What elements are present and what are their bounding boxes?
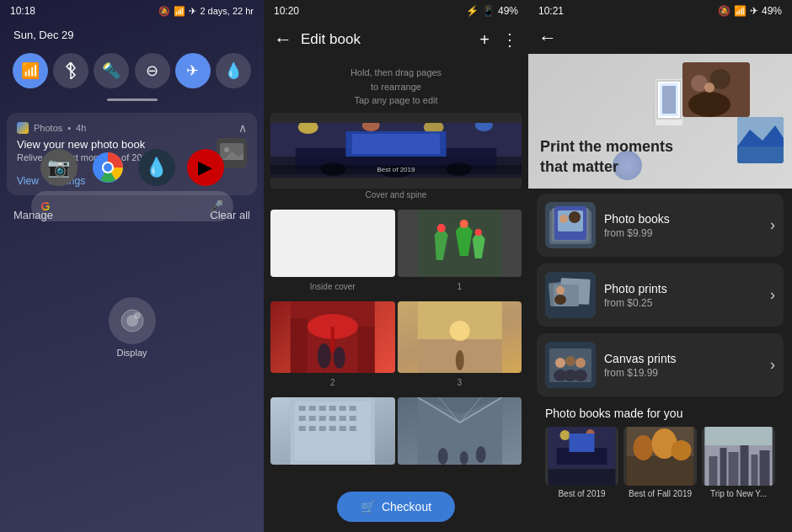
hero-photo-family xyxy=(682,62,750,117)
svg-point-75 xyxy=(704,82,714,93)
svg-rect-59 xyxy=(319,426,326,431)
page-1[interactable] xyxy=(398,210,522,277)
mute-icon-p3: 🔕 xyxy=(718,5,730,17)
time-panel3: 10:21 xyxy=(538,5,564,17)
print-item-prints[interactable]: Photo prints from $0.25 › xyxy=(537,263,784,327)
inside-cover-page[interactable] xyxy=(270,210,395,277)
print-item-books[interactable]: Photo books from $9.99 › xyxy=(537,194,784,257)
notification-shade-panel: 10:18 🔕 📶 ✈ 2 days, 22 hr Sun, Dec 29 📶 … xyxy=(0,0,264,532)
notif-app-name: Photos xyxy=(34,123,62,133)
chrome-icon[interactable] xyxy=(89,149,126,186)
photo-books-title: Photo books xyxy=(604,212,762,226)
print-shop-panel: 10:21 🔕 📶 ✈ 49% ← xyxy=(528,0,792,532)
dnd-tile[interactable]: ⊖ xyxy=(135,53,170,88)
airplane-tile[interactable]: ✈ xyxy=(175,53,211,88)
bluetooth-tile[interactable] xyxy=(53,53,88,88)
checkout-button[interactable]: 🛒 Checkout xyxy=(337,492,455,522)
svg-rect-53 xyxy=(319,416,326,421)
page-bottom-right[interactable] xyxy=(398,397,522,465)
svg-rect-82 xyxy=(662,86,676,114)
photo-books-thumbnail xyxy=(545,202,596,248)
search-bar-home[interactable]: G 🎤 xyxy=(31,191,233,221)
svg-point-98 xyxy=(555,358,565,368)
phone-icon-p2: 📱 xyxy=(482,5,495,17)
airplane-status-icon: ✈ xyxy=(189,6,196,17)
youtube-icon[interactable]: ▶ xyxy=(187,149,224,186)
svg-point-69 xyxy=(459,451,468,465)
page-3-visual xyxy=(398,301,522,373)
page-2-visual xyxy=(270,301,395,373)
photos-app-icon xyxy=(17,122,29,134)
print-items-list: Photo books from $9.99 › Pho xyxy=(528,189,792,532)
svg-point-27 xyxy=(436,224,445,232)
hero-photo-nature xyxy=(737,117,784,163)
display-icon xyxy=(109,297,156,344)
photo-book-nyc[interactable]: Trip to New Y... xyxy=(702,427,775,498)
photo-book-2019-thumb xyxy=(545,427,618,486)
notif-collapse-icon[interactable]: ∧ xyxy=(238,121,247,135)
flashlight-tile[interactable]: 🔦 xyxy=(94,53,129,88)
time-panel2: 10:20 xyxy=(274,5,299,17)
page-3-label: 3 xyxy=(398,376,522,392)
page-gallery-visual xyxy=(398,397,522,465)
more-options-icon[interactable]: ⋮ xyxy=(501,29,518,50)
svg-rect-119 xyxy=(720,448,727,486)
inside-cover-spread: Inside cover 1 xyxy=(270,210,522,296)
back-button-p3[interactable]: ← xyxy=(538,27,557,49)
status-icons-panel3: 🔕 📶 ✈ 49% xyxy=(718,5,782,17)
canvas-prints-info: Canvas prints from $19.99 xyxy=(604,352,762,379)
hint-area: Hold, then drag pages to rearrange Tap a… xyxy=(270,57,522,113)
photo-book-nyc-thumb xyxy=(702,427,775,486)
photo-prints-arrow[interactable]: › xyxy=(770,286,775,304)
svg-point-74 xyxy=(688,92,730,117)
drops-icon[interactable]: 💧 xyxy=(138,149,175,186)
cover-image[interactable]: Best of 2019 xyxy=(270,113,522,189)
display-icon-area[interactable]: Display xyxy=(109,297,156,358)
hint-line1: Hold, then drag pages xyxy=(270,66,522,80)
page-3[interactable] xyxy=(398,301,522,373)
svg-point-99 xyxy=(565,356,575,366)
pages-bottom-spread xyxy=(270,397,522,465)
photo-book-2019[interactable]: Best of 2019 xyxy=(545,427,618,498)
microphone-icon[interactable]: 🎤 xyxy=(209,200,223,213)
photo-books-price: from $9.99 xyxy=(604,227,762,239)
time-panel1: 10:18 xyxy=(10,5,35,17)
photo-prints-title: Photo prints xyxy=(604,282,762,295)
page-1-label: 1 xyxy=(398,280,522,296)
canvas-prints-arrow[interactable]: › xyxy=(770,356,775,374)
notif-header: Photos • 4h ∧ xyxy=(17,121,247,135)
photo-book-fall-2019[interactable]: Best of Fall 2019 xyxy=(623,427,697,498)
wifi-tile[interactable]: 📶 xyxy=(13,53,48,88)
cover-label: Cover and spine xyxy=(270,189,522,205)
page-2[interactable] xyxy=(270,301,395,373)
page-bottom-left[interactable] xyxy=(270,397,395,465)
svg-rect-121 xyxy=(741,444,749,486)
svg-rect-32 xyxy=(331,327,334,352)
svg-point-6 xyxy=(134,312,141,319)
photo-prints-price: from $0.25 xyxy=(604,297,762,309)
brightness-row[interactable] xyxy=(0,95,264,108)
photo-book-fall-label: Best of Fall 2019 xyxy=(629,489,692,498)
photo-books-arrow[interactable]: › xyxy=(770,216,775,234)
page-1-visual xyxy=(398,210,522,277)
cover-text: Best of 2019 xyxy=(270,165,522,174)
wifi-status-icon: 📶 xyxy=(174,6,185,17)
svg-rect-49 xyxy=(340,406,346,411)
add-icon[interactable]: + xyxy=(479,30,490,50)
notif-view-btn[interactable]: View xyxy=(17,175,39,187)
camera-icon[interactable]: 📷 xyxy=(40,149,78,186)
date-row: Sun, Dec 29 xyxy=(0,22,264,46)
svg-point-41 xyxy=(455,350,463,370)
brightness-bar[interactable] xyxy=(107,98,158,101)
dock-row: 📷 💧 ▶ xyxy=(40,149,224,186)
water-tile[interactable]: 💧 xyxy=(216,53,251,88)
airplane-icon-p3: ✈ xyxy=(750,5,758,17)
svg-rect-61 xyxy=(340,426,346,431)
print-item-canvas[interactable]: Canvas prints from $19.99 › xyxy=(537,333,784,396)
svg-rect-57 xyxy=(299,426,306,431)
back-button[interactable]: ← xyxy=(274,29,292,51)
svg-point-95 xyxy=(554,295,566,305)
status-bar-panel3: 10:21 🔕 📶 ✈ 49% xyxy=(528,0,792,22)
book-scroll[interactable]: Hold, then drag pages to rearrange Tap a… xyxy=(264,57,528,532)
svg-rect-52 xyxy=(309,416,316,421)
